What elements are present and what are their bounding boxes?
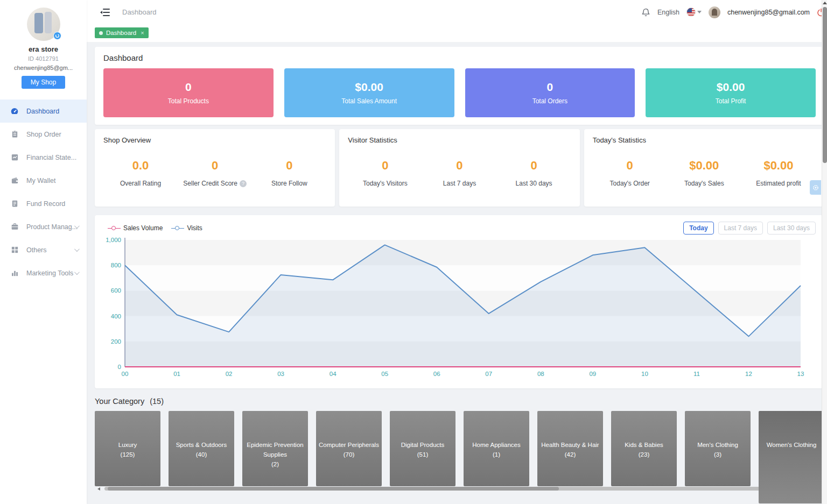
stat-item: 0Store Follow — [252, 159, 326, 187]
stat-value: $0.00 — [741, 159, 816, 173]
svg-text:12: 12 — [745, 371, 752, 377]
top-header: Dashboard English chenwenjing85@gmail.co… — [87, 0, 827, 24]
my-shop-button[interactable]: My Shop — [22, 76, 65, 89]
svg-text:00: 00 — [122, 371, 129, 377]
category-card-women-s-clothing[interactable]: Women's Clothing — [759, 411, 824, 503]
notification-bell-icon[interactable] — [641, 8, 650, 17]
category-card-digital-products[interactable]: Digital Products(51) — [390, 411, 455, 486]
sidebar-item-others[interactable]: Others — [0, 238, 87, 261]
horizontal-scrollbar-track[interactable] — [104, 487, 824, 491]
stat-value: 0 — [178, 159, 252, 173]
sidebar-item-dashboard[interactable]: Dashboard — [0, 100, 87, 123]
user-avatar[interactable] — [709, 6, 720, 18]
sidebar-item-my-wallet[interactable]: My Wallet — [0, 169, 87, 192]
svg-text:07: 07 — [485, 371, 492, 377]
store-avatar[interactable] — [27, 8, 60, 41]
sidebar-item-fund-record[interactable]: Fund Record — [0, 192, 87, 215]
language-flag-dropdown[interactable] — [686, 8, 702, 17]
store-id: ID 4012791 — [0, 55, 87, 62]
category-item-count: (23) — [613, 450, 675, 460]
horizontal-scrollbar-thumb[interactable] — [108, 487, 559, 491]
carousel-left-arrow-icon[interactable] — [97, 487, 100, 491]
sidebar: era store ID 4012791 chenwenjing85@gm...… — [0, 0, 87, 504]
sidebar-item-label: My Wallet — [26, 177, 55, 184]
category-card-luxury[interactable]: Luxury(125) — [95, 411, 160, 486]
category-card-computer-peripherals[interactable]: Computer Peripherals(70) — [316, 411, 382, 486]
sidebar-item-financial-state[interactable]: Financial State... — [0, 146, 87, 169]
svg-text:03: 03 — [277, 371, 284, 377]
stat-label: Store Follow — [252, 180, 326, 187]
stat-item: $0.00Estimated profit — [741, 159, 816, 187]
category-name: Sports & Outdoors — [171, 441, 232, 450]
sidebar-item-label: Product Manag... — [26, 223, 78, 231]
tab-bar: Dashboard × — [87, 24, 827, 42]
main-area: Dashboard English chenwenjing85@gmail.co… — [87, 0, 827, 504]
legend-item-visits[interactable]: Visits — [171, 224, 202, 232]
range-button-today[interactable]: Today — [683, 222, 713, 235]
tab-dashboard[interactable]: Dashboard × — [95, 27, 149, 38]
category-item-count: (51) — [392, 450, 453, 460]
panel-shop-overview: Shop Overview0.0Overall Rating0Seller Cr… — [95, 129, 335, 207]
stat-card-value: 0 — [185, 81, 192, 94]
category-card-health-beauty-hair[interactable]: Health Beauty & Hair(42) — [537, 411, 603, 486]
stat-item: $0.00Today's Sales — [667, 159, 741, 187]
category-card-home-appliances[interactable]: Home Appliances(1) — [464, 411, 529, 486]
product-icon — [10, 223, 19, 231]
sidebar-item-marketing-tools[interactable]: Marketing Tools — [0, 261, 87, 285]
scroll-up-arrow-icon[interactable] — [823, 2, 827, 4]
fund-icon — [10, 200, 19, 208]
stat-item: 0Last 7 days — [422, 159, 496, 187]
category-title: Your Category — [95, 397, 144, 406]
category-card-kids-babies[interactable]: Kids & Babies(23) — [611, 411, 677, 486]
tab-close-icon[interactable]: × — [141, 30, 144, 36]
category-name: Luxury — [97, 441, 158, 450]
stat-label: Last 30 days — [497, 180, 571, 187]
category-label: Sports & Outdoors(40) — [171, 441, 232, 460]
stat-card-total-sales-amount[interactable]: $0.00Total Sales Amount — [284, 68, 454, 117]
svg-text:06: 06 — [433, 371, 440, 377]
vertical-scrollbar[interactable] — [822, 0, 827, 504]
sidebar-item-product-manag[interactable]: Product Manag... — [0, 215, 87, 238]
panel-visitor-statistics: Visitor Statistics0Today's Visitors0Last… — [339, 129, 579, 207]
stat-card-label: Total Orders — [532, 97, 567, 105]
category-name: Women's Clothing — [761, 441, 822, 450]
stat-card-total-products[interactable]: 0Total Products — [103, 68, 274, 117]
stat-card-total-orders[interactable]: 0Total Orders — [465, 68, 635, 117]
overview-title: Dashboard — [103, 53, 816, 62]
vertical-scrollbar-thumb[interactable] — [823, 7, 827, 163]
range-button-last-30-days[interactable]: Last 30 days — [767, 222, 816, 235]
category-card-men-s-clothing[interactable]: Men's Clothing(3) — [685, 411, 751, 486]
collapse-menu-icon[interactable] — [101, 9, 110, 16]
profile-section: era store ID 4012791 chenwenjing85@gm...… — [0, 0, 87, 95]
category-card-epidemic-prevention-supplies[interactable]: Epidemic Prevention Supplies(2) — [242, 411, 308, 486]
stat-card-value: 0 — [547, 81, 553, 94]
category-item-count: (70) — [318, 450, 380, 460]
svg-text:02: 02 — [226, 371, 233, 377]
store-email: chenwenjing85@gm... — [0, 65, 87, 71]
category-card-sports-outdoors[interactable]: Sports & Outdoors(40) — [169, 411, 234, 486]
category-item-count: (1) — [466, 450, 527, 460]
category-name: Home Appliances — [466, 441, 527, 450]
category-name: Health Beauty & Hair — [539, 441, 601, 450]
settings-gear-icon[interactable] — [810, 180, 821, 195]
chart-range-buttons: TodayLast 7 daysLast 30 days — [683, 222, 816, 235]
stat-item: 0.0Overall Rating — [103, 159, 178, 187]
tab-label: Dashboard — [106, 30, 136, 36]
category-name: Epidemic Prevention Supplies — [244, 441, 306, 460]
range-button-last-7-days[interactable]: Last 7 days — [718, 222, 763, 235]
stat-label-text: Overall Rating — [120, 180, 161, 187]
svg-text:05: 05 — [381, 371, 388, 377]
stat-card-total-profit[interactable]: $0.00Total Profit — [646, 68, 816, 117]
svg-text:0: 0 — [118, 364, 121, 370]
sidebar-item-label: Others — [26, 246, 47, 254]
category-label: Computer Peripherals(70) — [318, 441, 380, 460]
chevron-down-icon — [697, 11, 702, 13]
language-label[interactable]: English — [657, 9, 679, 16]
sidebar-item-shop-order[interactable]: Shop Order — [0, 123, 87, 146]
legend-item-sales-volume[interactable]: Sales Volume — [108, 224, 163, 232]
stat-item: 0Last 30 days — [497, 159, 571, 187]
help-icon[interactable]: ? — [240, 180, 247, 187]
chevron-down-icon — [74, 269, 80, 275]
overview-cards: 0Total Products$0.00Total Sales Amount0T… — [103, 68, 816, 117]
sidebar-item-label: Fund Record — [26, 200, 65, 208]
